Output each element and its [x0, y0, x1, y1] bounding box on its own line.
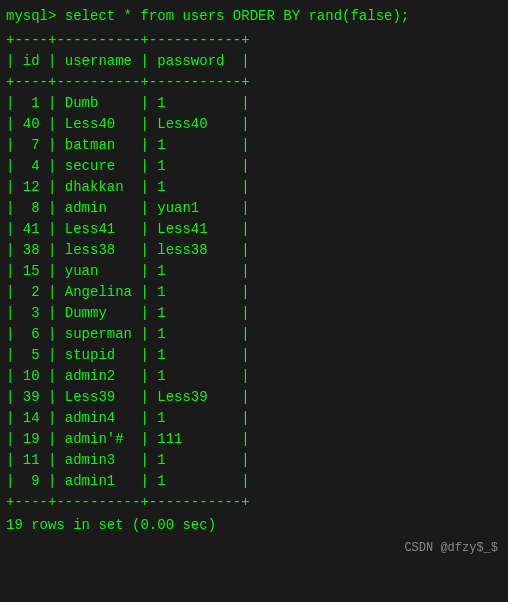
table-row: | 5 | stupid | 1 | [6, 347, 250, 363]
table-row: | 7 | batman | 1 | [6, 137, 250, 153]
command-line: mysql> select * from users ORDER BY rand… [6, 8, 502, 24]
query-result-table: +----+----------+-----------+ | id | use… [6, 30, 502, 513]
table-row: | 8 | admin | yuan1 | [6, 200, 250, 216]
table-row: | 1 | Dumb | 1 | [6, 95, 250, 111]
table-row: | 14 | admin4 | 1 | [6, 410, 250, 426]
table-row: | 10 | admin2 | 1 | [6, 368, 250, 384]
table-row: | 11 | admin3 | 1 | [6, 452, 250, 468]
terminal-window: mysql> select * from users ORDER BY rand… [6, 8, 502, 598]
table-row: | 19 | admin'# | 111 | [6, 431, 250, 447]
table-row: | 41 | Less41 | Less41 | [6, 221, 250, 237]
table-row: | 9 | admin1 | 1 | [6, 473, 250, 489]
separator-top: +----+----------+-----------+ [6, 32, 250, 48]
separator-bottom: +----+----------+-----------+ [6, 494, 250, 510]
header-row: | id | username | password | [6, 53, 250, 69]
table-row: | 4 | secure | 1 | [6, 158, 250, 174]
table-row: | 15 | yuan | 1 | [6, 263, 250, 279]
table-row: | 3 | Dummy | 1 | [6, 305, 250, 321]
table-row: | 2 | Angelina | 1 | [6, 284, 250, 300]
table-row: | 38 | less38 | less38 | [6, 242, 250, 258]
watermark: CSDN @dfzy$_$ [6, 541, 502, 555]
summary-line: 19 rows in set (0.00 sec) [6, 517, 502, 533]
table-row: | 12 | dhakkan | 1 | [6, 179, 250, 195]
separator-header: +----+----------+-----------+ [6, 74, 250, 90]
table-row: | 39 | Less39 | Less39 | [6, 389, 250, 405]
table-row: | 40 | Less40 | Less40 | [6, 116, 250, 132]
table-row: | 6 | superman | 1 | [6, 326, 250, 342]
